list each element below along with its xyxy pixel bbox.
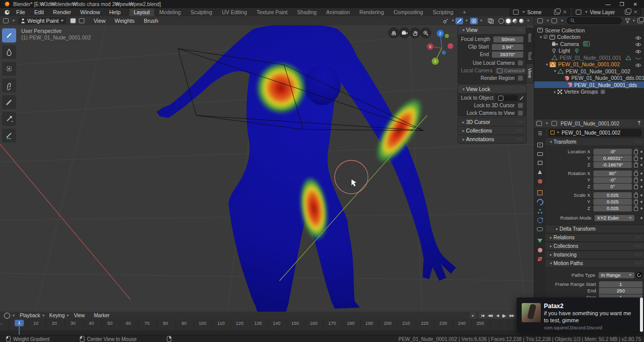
properties-tab-object[interactable] xyxy=(534,188,545,197)
properties-editor-type-icon[interactable] xyxy=(536,121,542,126)
collapse-arrow-icon[interactable]: ‹ xyxy=(1,321,2,326)
outliner-id-type-icon[interactable] xyxy=(551,18,557,23)
frame-end-field[interactable]: 250 xyxy=(599,288,642,294)
workspace-tab-animation[interactable]: Animation xyxy=(321,9,354,16)
menu-file[interactable]: File xyxy=(12,9,30,15)
properties-tab-physics[interactable] xyxy=(534,216,545,225)
local-camera-field[interactable]: Camera ✕ xyxy=(495,68,527,74)
tool-blur-button[interactable] xyxy=(2,45,16,59)
n-panel-tab-tool[interactable]: Tool xyxy=(526,46,534,66)
animate-dot[interactable] xyxy=(640,217,642,219)
workspace-tab-shading[interactable]: Shading xyxy=(293,9,321,16)
timeline-menu-keying[interactable]: Keying xyxy=(45,313,70,318)
tool-smear-button[interactable] xyxy=(2,78,16,93)
collection-checkbox[interactable]: ☑ xyxy=(543,34,547,39)
properties-tab-tool[interactable] xyxy=(534,129,545,138)
unlink-scene-icon[interactable]: ✕ xyxy=(561,10,568,15)
lock-icon[interactable] xyxy=(634,150,638,154)
prev-keyframe-button[interactable]: ◀◀ xyxy=(486,314,494,318)
lock-icon[interactable] xyxy=(634,172,638,176)
new-view-layer-icon[interactable] xyxy=(625,10,630,15)
rendered-shading-icon[interactable] xyxy=(519,19,524,23)
transform-panel-header[interactable]: ▾ Transform ∷∷ xyxy=(545,138,644,146)
workspace-tab-modeling[interactable]: Modeling xyxy=(155,9,186,16)
remove-view-layer-icon[interactable]: ✕ xyxy=(632,10,639,15)
n-panel-tab-item[interactable]: Item xyxy=(526,28,534,48)
clip-end-field[interactable]: 39370" xyxy=(492,52,523,58)
lock-icon[interactable] xyxy=(634,157,638,161)
panel-drag-handle-icon[interactable]: ∷∷ xyxy=(635,140,641,144)
solid-shading-icon[interactable] xyxy=(506,19,511,23)
properties-tab-world[interactable] xyxy=(534,177,545,186)
outliner-row-material-selected[interactable]: PEW_01_Nude_0001_dds xyxy=(534,81,644,88)
scene-selector[interactable]: Scene ✕ xyxy=(510,9,570,16)
menu-window[interactable]: Window xyxy=(76,9,105,15)
outliner-row-collection[interactable]: ▾ ☑ Collection xyxy=(534,34,644,40)
clip-start-field[interactable]: 3.94" xyxy=(492,44,523,50)
maximize-button[interactable]: ❐ xyxy=(615,2,629,7)
n-panel-annotations[interactable]: ▸ Annotations ∷∷ xyxy=(457,135,527,144)
xray-toggle-icon[interactable] xyxy=(487,18,494,24)
expander-icon[interactable]: ▾ xyxy=(538,35,543,39)
clear-camera-icon[interactable]: ✕ xyxy=(521,68,525,74)
panel-drag-handle-icon[interactable]: ∷∷ xyxy=(635,252,641,257)
animate-dot[interactable] xyxy=(640,194,642,196)
tool-draw-button[interactable] xyxy=(2,28,16,42)
blender-logo-icon[interactable] xyxy=(4,10,11,15)
outliner-row-vertex-groups[interactable]: ▸ Vertex Groups ▪ xyxy=(534,89,644,95)
outliner-row-scene-collection[interactable]: Scene Collection xyxy=(534,27,644,33)
timeline-menu-marker[interactable]: Marker xyxy=(89,313,114,318)
viewport-menu-brush[interactable]: Brush xyxy=(139,18,163,24)
pan-view-button[interactable] xyxy=(409,27,421,38)
frame-start-field[interactable]: 1 xyxy=(599,281,642,287)
focal-length-field[interactable]: 50mm xyxy=(493,36,523,42)
close-button[interactable]: ✕ xyxy=(629,2,642,7)
n-panel-3d-cursor[interactable]: ▸ 3D Cursor ∷∷ xyxy=(457,117,527,126)
tool-average-button[interactable] xyxy=(2,62,16,76)
panel-drag-handle-icon[interactable]: ∷∷ xyxy=(635,244,641,248)
animate-dot[interactable] xyxy=(640,207,642,209)
zoom-view-button[interactable] xyxy=(420,27,431,38)
workspace-tab-layout[interactable]: Layout xyxy=(129,9,155,16)
eye-open-icon[interactable] xyxy=(635,49,641,55)
pin-icon[interactable] xyxy=(637,120,641,126)
menu-help[interactable]: Help xyxy=(105,9,125,15)
tool-annotate-button[interactable] xyxy=(2,129,16,143)
falloff-icon[interactable] xyxy=(442,18,449,24)
properties-tab-view-layer[interactable] xyxy=(534,158,545,167)
outliner-display-mode-icon[interactable] xyxy=(537,18,543,23)
workspace-tab-texture-paint[interactable]: Texture Paint xyxy=(252,9,292,16)
eye-open-icon[interactable] xyxy=(635,41,641,48)
jump-to-start-button[interactable]: |◀ xyxy=(479,314,486,318)
view-layer-selector[interactable]: View Layer ✕ xyxy=(572,9,641,16)
location-y-field[interactable]: 0.48031" xyxy=(593,155,632,161)
minimize-button[interactable]: — xyxy=(601,2,615,7)
animate-dot[interactable] xyxy=(640,173,642,175)
current-frame-badge[interactable]: 1 xyxy=(15,320,24,326)
gizmo-x-neg[interactable] xyxy=(448,44,453,49)
menu-render[interactable]: Render xyxy=(49,9,76,15)
panel-drag-handle-icon[interactable]: ∷∷ xyxy=(517,28,523,32)
scale-z-field[interactable]: 0.025 xyxy=(593,205,632,211)
eye-open-icon[interactable] xyxy=(635,35,641,41)
object-name-field[interactable]: PEW_01_Nude_0001.002 xyxy=(548,129,641,137)
lock-icon[interactable] xyxy=(634,163,638,167)
panel-drag-handle-icon[interactable]: ∷∷ xyxy=(635,235,641,240)
panel-drag-handle-icon[interactable]: ∷∷ xyxy=(517,129,523,133)
playhead[interactable] xyxy=(19,326,20,330)
animate-dot[interactable] xyxy=(640,179,642,181)
lock-icon[interactable] xyxy=(634,179,638,183)
lock-icon[interactable] xyxy=(634,194,638,198)
auto-keying-button[interactable]: ● xyxy=(470,312,476,319)
delta-transform-panel-header[interactable]: ▸ Delta Transform xyxy=(545,225,644,233)
mode-selector[interactable]: Weight Paint xyxy=(18,17,66,24)
rotation-z-field[interactable]: 0° xyxy=(593,184,632,190)
paint-mask-icon[interactable] xyxy=(70,18,76,23)
scale-x-field[interactable]: 0.025 xyxy=(593,192,632,198)
workspace-tab-uv-editing[interactable]: UV Editing xyxy=(217,9,252,16)
n-panel-collections[interactable]: ▸ Collections ∷∷ xyxy=(457,126,527,135)
camera-view-button[interactable] xyxy=(399,27,410,38)
timeline-menu-view[interactable]: View xyxy=(69,313,89,318)
properties-tab-render[interactable] xyxy=(534,140,545,149)
properties-tab-material[interactable] xyxy=(534,245,545,254)
